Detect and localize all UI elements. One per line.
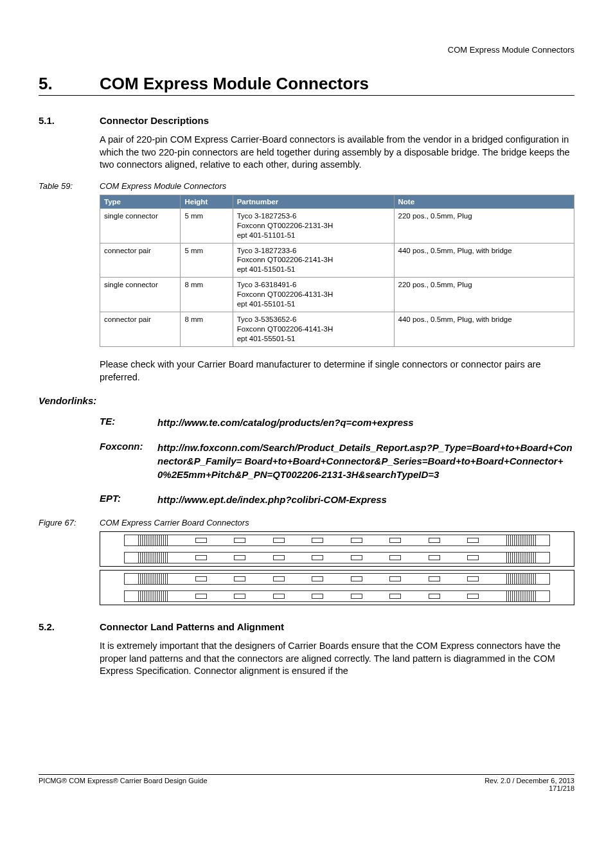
running-header: COM Express Module Connectors — [39, 45, 574, 55]
cell-type: single connector — [100, 278, 181, 312]
th-type: Type — [100, 195, 181, 208]
table-header-row: Type Height Partnumber Note — [100, 195, 574, 208]
connector-illustration-top — [100, 531, 574, 567]
connector-illustration-bottom — [100, 570, 574, 605]
section-title: Connector Descriptions — [100, 115, 209, 126]
vendorlinks-title: Vendorlinks: — [39, 395, 574, 406]
cell-height: 8 mm — [181, 278, 233, 312]
vendor-ept-row: EPT: http://www.ept.de/index.php?colibri… — [100, 493, 574, 506]
cell-height: 5 mm — [181, 208, 233, 243]
caption-label: Figure 67: — [39, 518, 100, 527]
cell-partnumber: Tyco 3-5353652-6Foxconn QT002206-4141-3H… — [233, 312, 394, 347]
figure-67-diagram — [100, 531, 574, 605]
cell-partnumber: Tyco 3-1827233-6Foxconn QT002206-2141-3H… — [233, 243, 394, 278]
table-59-caption: Table 59: COM Express Module Connectors — [39, 181, 574, 191]
vendor-foxconn-url[interactable]: http://nw.foxconn.com/Search/Product_Det… — [157, 441, 574, 481]
section-title: Connector Land Patterns and Alignment — [100, 621, 284, 632]
cell-height: 5 mm — [181, 243, 233, 278]
cell-type: connector pair — [100, 243, 181, 278]
caption-label: Table 59: — [39, 181, 100, 191]
cell-note: 440 pos., 0.5mm, Plug, with bridge — [394, 243, 574, 278]
table-59: Type Height Partnumber Note single conne… — [100, 195, 574, 347]
cell-note: 440 pos., 0.5mm, Plug, with bridge — [394, 312, 574, 347]
vendor-ept-url[interactable]: http://www.ept.de/index.php?colibri-COM-… — [157, 493, 574, 506]
cell-type: single connector — [100, 208, 181, 243]
table-row: connector pair 5 mm Tyco 3-1827233-6Foxc… — [100, 243, 574, 278]
table-59-after-text: Please check with your Carrier Board man… — [100, 359, 574, 384]
section-5-2-heading: 5.2. Connector Land Patterns and Alignme… — [39, 621, 574, 632]
chapter-heading: 5.COM Express Module Connectors — [39, 74, 574, 96]
vendor-te-row: TE: http://www.te.com/catalog/products/e… — [100, 416, 574, 429]
cell-note: 220 pos., 0.5mm, Plug — [394, 208, 574, 243]
cell-note: 220 pos., 0.5mm, Plug — [394, 278, 574, 312]
figure-67-caption: Figure 67: COM Express Carrier Board Con… — [39, 518, 574, 527]
th-partnumber: Partnumber — [233, 195, 394, 208]
chapter-title: COM Express Module Connectors — [100, 74, 369, 93]
chapter-number: 5. — [39, 74, 100, 94]
section-number: 5.1. — [39, 115, 100, 126]
caption-text: COM Express Module Connectors — [100, 181, 226, 191]
vendor-te-url[interactable]: http://www.te.com/catalog/products/en?q=… — [157, 416, 574, 429]
th-note: Note — [394, 195, 574, 208]
vendorlinks-section: Vendorlinks: TE: http://www.te.com/catal… — [39, 395, 574, 506]
section-5-1-body: A pair of 220-pin COM Express Carrier-Bo… — [100, 134, 574, 172]
table-row: single connector 5 mm Tyco 3-1827253-6Fo… — [100, 208, 574, 243]
section-5-1-heading: 5.1. Connector Descriptions — [39, 115, 574, 126]
cell-type: connector pair — [100, 312, 181, 347]
vendor-te-label: TE: — [100, 416, 157, 429]
footer-right: Rev. 2.0 / December 6, 2013171/218 — [484, 777, 574, 792]
vendor-ept-label: EPT: — [100, 493, 157, 506]
cell-partnumber: Tyco 3-1827253-6Foxconn QT002206-2131-3H… — [233, 208, 394, 243]
vendor-foxconn-label: Foxconn: — [100, 441, 157, 481]
section-number: 5.2. — [39, 621, 100, 632]
cell-height: 8 mm — [181, 312, 233, 347]
th-height: Height — [181, 195, 233, 208]
section-5-2-body: It is extremely important that the desig… — [100, 640, 574, 678]
vendor-foxconn-row: Foxconn: http://nw.foxconn.com/Search/Pr… — [100, 441, 574, 481]
page-footer: PICMG® COM Express® Carrier Board Design… — [39, 774, 574, 792]
cell-partnumber: Tyco 3-6318491-6Foxconn QT002206-4131-3H… — [233, 278, 394, 312]
footer-left: PICMG® COM Express® Carrier Board Design… — [39, 777, 208, 792]
table-row: connector pair 8 mm Tyco 3-5353652-6Foxc… — [100, 312, 574, 347]
table-row: single connector 8 mm Tyco 3-6318491-6Fo… — [100, 278, 574, 312]
caption-text: COM Express Carrier Board Connectors — [100, 518, 249, 527]
